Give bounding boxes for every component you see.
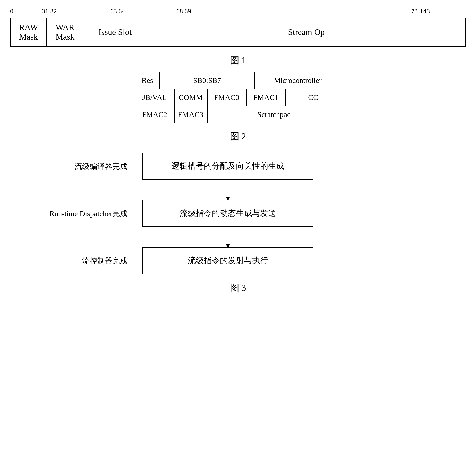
flow-step-1: 流级编译器完成 逻辑槽号的分配及向关性的生成 — [37, 153, 439, 180]
fig3-caption: 图 3 — [37, 282, 439, 294]
fig2-row1: Res SB0:SB7 Microcontroller — [135, 72, 341, 89]
flow-box-3: 流级指令的发射与执行 — [142, 247, 313, 274]
flow-label-1: 流级编译器完成 — [37, 161, 142, 172]
cell-scratchpad: Scratchpad — [207, 106, 341, 123]
cell-fmac0: FMAC0 — [207, 89, 246, 106]
figure-1: 0 31 32 63 64 68 69 73-148 RAW Mask WAR … — [10, 8, 466, 67]
fig1-caption: 图 1 — [10, 54, 466, 67]
cell-fmac2: FMAC2 — [135, 106, 174, 123]
bit-label-0: 0 — [10, 8, 13, 15]
cell-issue-slot: Issue Slot — [83, 18, 147, 46]
flow-step-3: 流控制器完成 流级指令的发射与执行 — [37, 247, 439, 274]
fig2-caption: 图 2 — [135, 130, 341, 143]
fig2-row2: JB/VAL COMM FMAC0 FMAC1 CC — [135, 89, 341, 106]
cell-microcontroller: Microcontroller — [255, 72, 341, 89]
bit-label-73-148: 73-148 — [411, 8, 430, 15]
flow-box-2: 流级指令的动态生成与发送 — [142, 200, 313, 227]
cell-war-mask: WAR Mask — [47, 18, 83, 46]
cell-comm: COMM — [174, 89, 207, 106]
fig2-row3: FMAC2 FMAC3 Scratchpad — [135, 106, 341, 123]
cell-sb: SB0:SB7 — [160, 72, 254, 89]
flow-label-2: Run-time Dispatcher完成 — [37, 208, 142, 219]
arrow-line-1 — [228, 182, 228, 197]
fig1-table: RAW Mask WAR Mask Issue Slot Stream Op — [10, 18, 466, 47]
bit-labels: 0 31 32 63 64 68 69 73-148 — [10, 8, 466, 17]
flow-step-2: Run-time Dispatcher完成 流级指令的动态生成与发送 — [37, 200, 439, 227]
figure-2: Res SB0:SB7 Microcontroller JB/VAL COMM … — [135, 72, 341, 143]
bit-label-68-69: 68 69 — [176, 8, 191, 15]
arrow-line-2 — [228, 229, 228, 245]
cell-fmac3: FMAC3 — [174, 106, 207, 123]
figure-3: 流级编译器完成 逻辑槽号的分配及向关性的生成 Run-time Dispatch… — [37, 153, 439, 294]
bit-label-31-32: 31 32 — [42, 8, 57, 15]
cell-stream-op: Stream Op — [147, 18, 466, 46]
flow-arrow-2 — [142, 227, 313, 247]
cell-res: Res — [135, 72, 160, 89]
bit-label-63-64: 63 64 — [110, 8, 125, 15]
cell-cc: CC — [285, 89, 341, 106]
flow-box-1: 逻辑槽号的分配及向关性的生成 — [142, 153, 313, 180]
cell-jb-val: JB/VAL — [135, 89, 174, 106]
cell-fmac1: FMAC1 — [246, 89, 285, 106]
cell-raw-mask: RAW Mask — [10, 18, 47, 46]
flow-label-3: 流控制器完成 — [37, 255, 142, 266]
flow-arrow-1 — [142, 180, 313, 200]
